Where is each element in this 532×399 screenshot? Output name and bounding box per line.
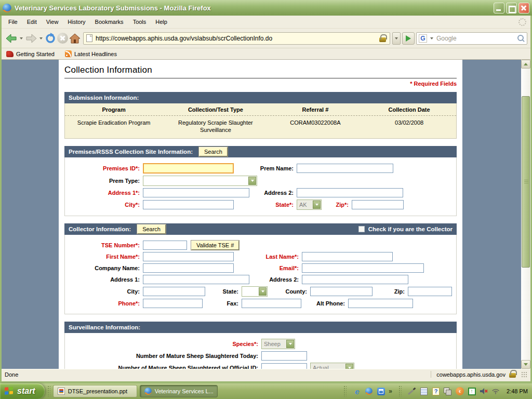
validate-tse-button[interactable]: Validate TSE # — [191, 241, 239, 250]
collector-city-input[interactable] — [143, 287, 205, 296]
collector-search-button[interactable]: Search — [137, 224, 166, 234]
search-icon[interactable] — [517, 35, 525, 42]
chevron-up-icon — [524, 63, 528, 65]
scroll-down-button[interactable] — [521, 360, 530, 369]
premises-id-input[interactable] — [143, 163, 234, 174]
throbber-icon — [518, 18, 526, 26]
search-engine-dropdown[interactable] — [430, 37, 433, 39]
chevron-down-icon — [313, 201, 321, 209]
premises-city-label: City*: — [69, 202, 143, 208]
forward-dropdown-icon[interactable] — [39, 37, 43, 39]
premises-zip-label: Zip*: — [322, 202, 352, 208]
back-button[interactable] — [5, 31, 18, 46]
forward-button[interactable] — [24, 31, 38, 46]
tse-number-input[interactable] — [143, 241, 187, 250]
go-button[interactable] — [402, 32, 415, 45]
bookmark-latest-headlines[interactable]: Latest Headlines — [65, 50, 117, 57]
bookmark-label: Getting Started — [16, 51, 55, 57]
resize-grip[interactable] — [521, 371, 527, 378]
maximize-button[interactable] — [506, 3, 517, 14]
close-button[interactable] — [518, 3, 529, 14]
tray-stylus-icon[interactable] — [408, 387, 416, 395]
phone-input[interactable] — [143, 299, 203, 308]
url-history-dropdown[interactable] — [392, 32, 401, 45]
menu-edit[interactable]: Edit — [22, 17, 42, 27]
premises-address2-input[interactable] — [297, 188, 403, 197]
menu-tools[interactable]: Tools — [128, 17, 151, 27]
species-select[interactable]: Sheep — [261, 339, 295, 349]
minimize-button[interactable] — [494, 3, 504, 14]
form-row: City*: State*: AK Zip*: — [69, 200, 452, 210]
tray-wireless-icon[interactable] — [491, 387, 500, 395]
tray-muted-speaker-icon[interactable] — [480, 387, 488, 395]
start-button[interactable]: start — [0, 383, 45, 399]
collector-checkbox-label: Check if you are the Collector — [368, 226, 453, 232]
collector-checkbox[interactable] — [358, 226, 365, 232]
mature-official-id-input[interactable] — [261, 363, 307, 369]
last-name-input[interactable] — [302, 252, 393, 261]
premises-address1-input[interactable] — [143, 188, 249, 197]
url-lock-icon[interactable] — [379, 37, 386, 42]
premises-search-button[interactable]: Search — [199, 147, 228, 156]
premises-zip-input[interactable] — [352, 200, 404, 209]
collector-county-input[interactable] — [310, 287, 373, 296]
taskbar-clock[interactable]: 2:48 PM — [507, 388, 528, 394]
fax-input[interactable] — [242, 299, 301, 308]
stop-button[interactable] — [57, 31, 69, 46]
vertical-scrollbar[interactable] — [521, 60, 530, 369]
premises-city-input[interactable] — [143, 200, 234, 209]
url-bar[interactable] — [83, 32, 390, 45]
back-dropdown-icon[interactable] — [20, 37, 23, 39]
quick-launch-window-icon[interactable] — [377, 387, 385, 395]
prem-name-input[interactable] — [297, 164, 393, 173]
chevron-down-icon — [259, 287, 267, 296]
submission-table-row: Scrapie Eradication Program Regulatory S… — [65, 116, 456, 138]
scroll-up-button[interactable] — [521, 60, 530, 69]
column-header-collection-date: Collection Date — [362, 107, 456, 113]
toolbar-overflow-chevron[interactable]: » — [389, 388, 392, 395]
tray-display-switch-icon[interactable] — [444, 387, 452, 395]
alt-phone-label: Alt Phone: — [301, 300, 348, 307]
tray-grip — [398, 385, 402, 397]
search-input[interactable] — [436, 35, 516, 42]
collector-section: Collector Information: Search Check if y… — [64, 223, 457, 314]
collector-state-select[interactable] — [242, 286, 268, 297]
home-button[interactable] — [69, 31, 81, 46]
company-name-input[interactable] — [143, 263, 234, 273]
official-id-mode-select[interactable]: Actual — [310, 363, 354, 369]
quick-launch-firefox-icon[interactable] — [365, 387, 373, 395]
menu-help[interactable]: Help — [151, 17, 172, 27]
first-name-input[interactable] — [143, 252, 234, 261]
menu-file[interactable]: File — [4, 17, 22, 27]
search-bar[interactable]: G — [416, 32, 527, 45]
menu-bar: File Edit View History Bookmarks Tools H… — [2, 16, 530, 29]
menu-history[interactable]: History — [63, 17, 90, 27]
url-input[interactable] — [96, 35, 378, 42]
tray-journal-icon[interactable] — [420, 387, 428, 395]
window-titlebar[interactable]: Veterinary Services Laboratory Submissio… — [0, 0, 532, 16]
alt-phone-input[interactable] — [348, 299, 413, 308]
mature-today-input[interactable] — [261, 351, 307, 361]
submission-section: Submission Information: Program Collecti… — [64, 92, 457, 139]
task-powerpoint[interactable]: DTSE_presentation.ppt — [53, 385, 137, 397]
tray-help-icon[interactable]: ? — [432, 387, 440, 395]
hide-tray-icons-chevron[interactable]: ‹ — [456, 387, 464, 395]
collector-zip-label: Zip: — [373, 288, 408, 295]
collector-zip-input[interactable] — [408, 287, 452, 296]
go-arrow-icon — [406, 35, 411, 42]
menu-bookmarks[interactable]: Bookmarks — [90, 17, 128, 27]
collector-address1-input[interactable] — [143, 275, 249, 284]
reload-button[interactable] — [44, 31, 57, 46]
scrollbar-thumb[interactable] — [522, 96, 530, 268]
email-input[interactable] — [302, 263, 424, 273]
tray-upload-status-icon[interactable]: ↑ — [468, 387, 476, 395]
select-value — [144, 177, 248, 185]
prem-type-select[interactable] — [143, 176, 257, 186]
menu-view[interactable]: View — [42, 17, 63, 27]
windows-logo-icon — [5, 387, 14, 395]
premises-state-select[interactable]: AK — [297, 200, 322, 210]
bookmark-getting-started[interactable]: Getting Started — [6, 51, 55, 57]
quick-launch-ie-icon[interactable]: e — [353, 387, 361, 395]
collector-address2-input[interactable] — [302, 275, 408, 284]
task-firefox[interactable]: Veterinary Services L... — [140, 385, 218, 397]
